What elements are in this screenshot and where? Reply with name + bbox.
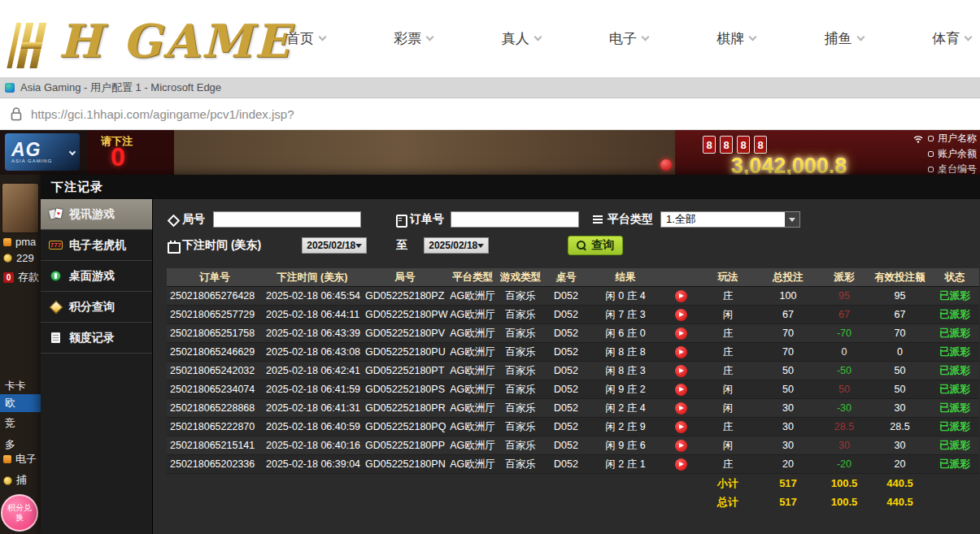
replay-button[interactable]	[675, 440, 687, 452]
table-row: 250218065215141 2025-02-18 06:40:16 GD05…	[167, 436, 979, 455]
url-text[interactable]: https://gci.1hhapi.com/agingame/pcv1/ind…	[31, 107, 294, 121]
replay-button[interactable]	[675, 384, 687, 396]
wifi-icon	[912, 134, 924, 143]
wallet-icon	[928, 151, 934, 157]
cell-time: 2025-02-18 06:43:39	[263, 328, 362, 339]
cell-time: 2025-02-18 06:44:11	[263, 309, 362, 320]
query-button[interactable]: 查询	[568, 236, 623, 255]
table-row: 250218065257729 2025-02-18 06:44:11 GD05…	[167, 306, 979, 324]
cell-result: 闲 0 庄 4	[588, 289, 663, 303]
cell-result: 闲 8 庄 8	[588, 345, 663, 359]
cell-platform: AG欧洲厅	[448, 345, 497, 359]
cell-platform: AG欧洲厅	[448, 383, 497, 397]
column-header: 状态	[930, 271, 979, 284]
card: 8	[754, 136, 767, 154]
video-feed	[174, 130, 675, 175]
platform-type-select[interactable]: 1.全部	[660, 211, 800, 228]
replay-button[interactable]	[675, 328, 687, 340]
cell-order: 250218065215141	[167, 440, 263, 451]
nav-item[interactable]: 真人	[502, 29, 541, 48]
cell-round: GD052252180PW	[362, 309, 448, 320]
cell-platform: AG欧洲厅	[448, 308, 497, 322]
replay-button[interactable]	[675, 346, 687, 358]
cell-total-bet: 30	[757, 440, 819, 451]
round-number-input[interactable]	[213, 211, 361, 228]
column-header: 总投注	[757, 271, 819, 284]
cell-round: GD052252180PS	[362, 384, 448, 395]
cell-table: D052	[544, 421, 588, 432]
lobby-menu-item[interactable]: 卡卡	[5, 379, 26, 393]
nav-item[interactable]: 捕鱼	[825, 29, 864, 48]
cell-game: 百家乐	[497, 383, 544, 397]
sidebar-item[interactable]: 积分查询	[41, 292, 152, 323]
sidebar-item[interactable]: 额度记录	[41, 323, 152, 354]
replay-button[interactable]	[675, 421, 687, 433]
lobby-menu-item[interactable]: 多	[5, 437, 15, 452]
cell-replay	[663, 439, 699, 451]
table-row: 250218065276428 2025-02-18 06:45:54 GD05…	[167, 287, 979, 306]
replay-button[interactable]	[675, 458, 687, 471]
cell-game: 百家乐	[497, 402, 544, 415]
nav-item-label: 电子	[609, 29, 637, 48]
cell-time: 2025-02-18 06:41:59	[263, 384, 362, 395]
cell-payout: 28.5	[819, 421, 869, 432]
cards-icon	[49, 207, 63, 221]
nav-item[interactable]: 彩票	[394, 29, 433, 48]
nav-item[interactable]: 棋牌	[716, 29, 756, 48]
order-number-input[interactable]	[451, 211, 579, 228]
table-row: 250218065228868 2025-02-18 06:41:31 GD05…	[167, 399, 979, 418]
lobby-menu-item[interactable]: 捕	[3, 473, 27, 488]
lobby-menu-item[interactable]: 竞	[5, 416, 15, 431]
chevron-down-icon	[749, 33, 757, 41]
filter-row-2: 下注时间 (美东) 2025/02/18 至 2025/02/18 查询	[167, 236, 623, 255]
date-from-select[interactable]: 2025/02/18	[302, 237, 367, 254]
cell-round: GD052252180PP	[362, 440, 448, 451]
sidebar-item-label: 电子老虎机	[69, 238, 126, 253]
ag-logo[interactable]: AG ASIA GAMING	[5, 133, 80, 171]
cell-round: GD052252180PR	[362, 402, 448, 414]
lobby-menu-item[interactable]: 欧	[0, 394, 42, 412]
filter-row-1: 局号 订单号 平台类型 1.全部	[167, 210, 800, 229]
replay-button[interactable]	[675, 309, 687, 321]
nav-item[interactable]: 电子	[609, 29, 648, 48]
sidebar-item-label: 额度记录	[69, 331, 115, 345]
nav-item[interactable]: 首页	[286, 29, 325, 48]
cell-order: 250218065276428	[167, 290, 263, 302]
cell-payout: -70	[819, 328, 869, 339]
play-icon	[679, 443, 684, 448]
replay-button[interactable]	[675, 290, 687, 302]
subtotal-bet: 517	[757, 477, 819, 489]
order-number-label: 订单号	[394, 212, 444, 227]
cell-order: 250218065222870	[167, 421, 263, 432]
table-row: 250218065234074 2025-02-18 06:41:59 GD05…	[167, 380, 979, 399]
balance-row: 229	[3, 252, 34, 264]
cell-play-type: 庄	[699, 458, 757, 471]
cell-total-bet: 100	[757, 290, 819, 302]
points-exchange-badge[interactable]: 积分兑换	[1, 494, 38, 532]
address-bar[interactable]: https://gci.1hhapi.com/agingame/pcv1/ind…	[0, 98, 980, 130]
replay-button[interactable]	[675, 365, 687, 377]
sidebar-item[interactable]: 电子老虎机	[41, 230, 152, 261]
play-icon	[679, 312, 684, 317]
replay-button[interactable]	[675, 402, 687, 415]
site-logo[interactable]: H GAME	[7, 3, 291, 73]
chevron-down-icon	[534, 33, 542, 41]
nav-item-label: 彩票	[394, 29, 421, 48]
total-label: 总计	[699, 495, 757, 510]
sidebar-item[interactable]: 视讯游戏	[41, 199, 152, 230]
sidebar-item[interactable]: 桌面游戏	[41, 261, 152, 292]
play-icon	[679, 387, 684, 392]
column-header: 局号	[362, 271, 448, 284]
cell-round: GD052252180PZ	[362, 290, 448, 302]
player-avatar[interactable]	[2, 183, 39, 233]
lobby-menu-item[interactable]: 电子	[3, 452, 37, 467]
nav-item-label: 体育	[932, 29, 960, 48]
date-to-select[interactable]: 2025/02/18	[424, 237, 489, 254]
cell-valid-bet: 30	[869, 402, 930, 414]
lock-icon[interactable]	[11, 107, 22, 121]
cell-play-type: 闲	[699, 439, 757, 453]
deposit-button[interactable]: 0 存款	[3, 270, 39, 284]
play-icon	[679, 462, 684, 467]
cell-game: 百家乐	[497, 345, 544, 359]
nav-item[interactable]: 体育	[932, 29, 971, 48]
